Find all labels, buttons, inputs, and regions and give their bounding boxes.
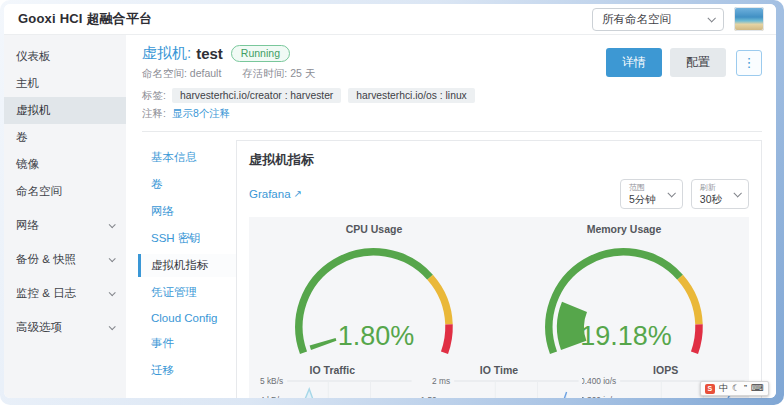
tab-events[interactable]: 事件	[138, 332, 236, 355]
label-chip: harvesterhci.io/creator : harvester	[172, 88, 341, 103]
chevron-down-icon	[733, 189, 741, 197]
y-tick: 5 kB/s	[260, 376, 283, 386]
metadata-section: 标签: harvesterhci.io/creator : harvester …	[126, 81, 776, 125]
chevron-down-icon	[109, 323, 116, 330]
moon-icon[interactable]: ☾	[732, 384, 740, 393]
sidebar-item-hosts[interactable]: 主机	[4, 70, 126, 97]
chevron-down-icon	[109, 289, 116, 296]
kebab-menu-button[interactable]: ⋮	[736, 50, 762, 76]
vm-metrics-panel: 虚拟机指标 Grafana ↗ 范围 5分钟	[236, 140, 762, 398]
io-traffic-chart-panel: IO Traffic 5 kB/s	[249, 361, 416, 398]
keyboard-icon[interactable]: ⌨	[751, 384, 764, 393]
show-annotations-link[interactable]: 显示8个注释	[172, 107, 230, 121]
vm-name: test	[196, 45, 223, 62]
chart-title: IO Traffic	[249, 361, 416, 376]
io-traffic-chart: 5 kB/s 4 kB/s 3 kB/s	[249, 376, 416, 398]
chart-title: IOPS	[582, 361, 749, 376]
detail-tabs: 基本信息 卷 网络 SSH 密钥 虚拟机指标 凭证管理 Cloud Config…	[138, 140, 236, 398]
chart-title: IO Time	[416, 361, 583, 376]
page-title: 虚拟机: test Running	[142, 44, 606, 63]
chevron-down-icon	[667, 189, 675, 197]
range-select[interactable]: 范围 5分钟	[620, 179, 683, 209]
sidebar-item-namespaces[interactable]: 命名空间	[4, 178, 126, 205]
ime-logo-icon[interactable]: S	[705, 384, 715, 394]
app-logo: Gooxi HCI 超融合平台	[18, 10, 152, 28]
sidebar-item-virtual-machines[interactable]: 虚拟机	[4, 97, 126, 124]
y-tick: 4 kB/s	[260, 395, 283, 398]
sidebar-item-images[interactable]: 镜像	[4, 151, 126, 178]
grafana-link[interactable]: Grafana ↗	[249, 188, 302, 200]
sidebar-item-volumes[interactable]: 卷	[4, 124, 126, 151]
config-button[interactable]: 配置	[670, 48, 726, 77]
external-link-icon: ↗	[294, 189, 302, 199]
chevron-down-icon	[109, 221, 116, 228]
chart-title: Memory Usage	[499, 220, 749, 235]
y-tick: 0.400 io/s	[582, 376, 616, 386]
namespace-select[interactable]: 所有命名空间	[592, 8, 724, 31]
chart-title: CPU Usage	[249, 220, 499, 235]
ime-language-mode[interactable]: 中	[719, 384, 728, 393]
vm-namespace: 命名空间: default	[142, 67, 221, 79]
io-time-chart-panel: IO Time 2 ms 1.	[416, 361, 583, 398]
sidebar-item-backup-snapshot[interactable]: 备份 & 快照	[4, 246, 126, 273]
panel-title: 虚拟机指标	[249, 151, 749, 169]
tab-vm-metrics[interactable]: 虚拟机指标	[138, 254, 236, 277]
cpu-usage-value: 1.80%	[338, 321, 415, 351]
tab-migration[interactable]: 迁移	[138, 359, 236, 382]
sidebar-item-networks[interactable]: 网络	[4, 212, 126, 239]
labels-title: 标签:	[142, 89, 166, 103]
namespace-select-value: 所有命名空间	[602, 12, 671, 27]
chevron-down-icon	[707, 14, 715, 22]
status-badge: Running	[231, 45, 290, 62]
ime-toolbar[interactable]: S 中 ☾ ” ⌨	[700, 381, 769, 396]
memory-usage-gauge: 19.18%	[499, 235, 749, 355]
resource-type-label: 虚拟机:	[142, 44, 191, 63]
chevron-down-icon	[109, 255, 116, 262]
sidebar: 仪表板 主机 虚拟机 卷 镜像 命名空间 网络 备份 & 快照 监控 & 日志 …	[4, 35, 126, 398]
range-value: 5分钟	[629, 193, 656, 206]
tab-cloud-config[interactable]: Cloud Config	[138, 308, 236, 328]
annotations-title: 注释:	[142, 107, 166, 121]
y-tick: 0.300 io/s	[582, 395, 616, 398]
sidebar-item-monitoring-logs[interactable]: 监控 & 日志	[4, 280, 126, 307]
y-tick: 1.50 ms	[420, 395, 450, 398]
refresh-value: 30秒	[700, 193, 722, 206]
tab-networks[interactable]: 网络	[138, 200, 236, 223]
y-tick: 2 ms	[432, 376, 450, 386]
top-bar: Gooxi HCI 超融合平台 所有命名空间	[4, 4, 776, 35]
metrics-toolbar: Grafana ↗ 范围 5分钟	[249, 179, 749, 209]
memory-usage-value: 19.18%	[580, 321, 672, 351]
io-time-chart: 2 ms 1.50 ms 1 ms	[416, 376, 583, 398]
tab-volumes[interactable]: 卷	[138, 173, 236, 196]
memory-usage-gauge-panel: Memory Usage 19.18%	[499, 220, 749, 359]
punctuation-icon[interactable]: ”	[744, 384, 747, 393]
tab-basic-info[interactable]: 基本信息	[138, 146, 236, 169]
main-content: 虚拟机: test Running 命名空间: default 存活时间: 25…	[126, 35, 776, 398]
sidebar-item-advanced[interactable]: 高级选项	[4, 314, 126, 341]
grafana-dashboard: CPU Usage 1.80%	[249, 217, 749, 398]
vm-detail-header: 虚拟机: test Running 命名空间: default 存活时间: 25…	[126, 35, 776, 81]
vm-age: 存活时间: 25 天	[242, 67, 315, 79]
cpu-usage-gauge: 1.80%	[249, 235, 499, 355]
tab-credentials[interactable]: 凭证管理	[138, 281, 236, 304]
details-button[interactable]: 详情	[606, 48, 662, 77]
screenshot-frame: Gooxi HCI 超融合平台 所有命名空间 仪表板 主机 虚拟机 卷 镜像 命…	[0, 0, 784, 405]
sidebar-item-dashboard[interactable]: 仪表板	[4, 43, 126, 70]
refresh-label: 刷新	[700, 183, 722, 193]
label-chip: harvesterhci.io/os : linux	[348, 88, 474, 103]
vm-subinfo: 命名空间: default 存活时间: 25 天	[142, 67, 606, 81]
cpu-usage-gauge-panel: CPU Usage 1.80%	[249, 220, 499, 359]
tab-ssh-keys[interactable]: SSH 密钥	[138, 227, 236, 250]
user-avatar[interactable]	[734, 7, 764, 31]
range-label: 范围	[629, 183, 656, 193]
app-window: Gooxi HCI 超融合平台 所有命名空间 仪表板 主机 虚拟机 卷 镜像 命…	[4, 4, 776, 398]
refresh-select[interactable]: 刷新 30秒	[691, 179, 749, 209]
